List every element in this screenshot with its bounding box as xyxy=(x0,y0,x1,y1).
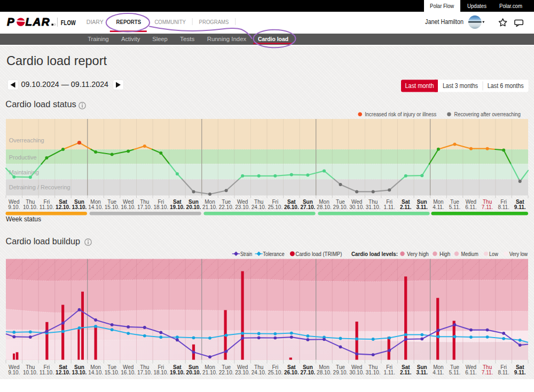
svg-text:24.10.: 24.10. xyxy=(252,204,266,210)
svg-text:3.11.: 3.11. xyxy=(416,370,428,375)
svg-text:22.10.: 22.10. xyxy=(219,204,234,210)
svg-text:14.10.: 14.10. xyxy=(88,370,103,375)
svg-text:9.11.: 9.11. xyxy=(514,204,526,210)
svg-text:1.11.: 1.11. xyxy=(383,370,395,375)
svg-text:16.10.: 16.10. xyxy=(121,370,136,375)
svg-text:Detraining / Recovering: Detraining / Recovering xyxy=(9,184,70,190)
svg-text:8.11.: 8.11. xyxy=(498,204,509,210)
svg-text:11.10.: 11.10. xyxy=(40,370,54,375)
svg-text:19.10.: 19.10. xyxy=(170,370,185,375)
svg-text:4.11.: 4.11. xyxy=(433,204,444,210)
svg-text:17.10.: 17.10. xyxy=(137,204,152,210)
svg-text:16.10.: 16.10. xyxy=(121,204,136,210)
svg-text:9.11.: 9.11. xyxy=(514,370,526,375)
svg-text:25.10.: 25.10. xyxy=(268,370,282,375)
svg-text:5.11.: 5.11. xyxy=(449,370,461,375)
svg-text:20.10.: 20.10. xyxy=(186,204,201,210)
svg-text:15.10.: 15.10. xyxy=(105,370,120,375)
svg-text:30.10.: 30.10. xyxy=(349,204,364,210)
svg-text:2.11.: 2.11. xyxy=(400,204,412,210)
svg-text:8.11.: 8.11. xyxy=(498,370,509,375)
svg-text:13.10.: 13.10. xyxy=(72,370,87,375)
svg-text:4.11.: 4.11. xyxy=(433,370,444,375)
svg-text:18.10.: 18.10. xyxy=(153,204,168,210)
svg-text:26.10.: 26.10. xyxy=(284,204,299,210)
svg-text:9.10.: 9.10. xyxy=(8,370,20,375)
svg-text:7.11.: 7.11. xyxy=(482,370,493,375)
svg-text:21.10.: 21.10. xyxy=(202,370,217,375)
svg-text:28.10.: 28.10. xyxy=(317,370,332,375)
svg-text:18.10.: 18.10. xyxy=(153,370,168,375)
svg-text:10.10.: 10.10. xyxy=(23,370,38,375)
svg-text:12.10.: 12.10. xyxy=(56,370,70,375)
svg-text:1.11.: 1.11. xyxy=(383,204,395,210)
svg-text:23.10.: 23.10. xyxy=(235,204,250,210)
svg-text:15.10.: 15.10. xyxy=(105,204,120,210)
svg-text:14.10.: 14.10. xyxy=(88,204,103,210)
svg-text:3.11.: 3.11. xyxy=(416,204,428,210)
svg-text:29.10.: 29.10. xyxy=(333,370,348,375)
svg-text:31.10.: 31.10. xyxy=(366,204,381,210)
svg-text:7.11.: 7.11. xyxy=(482,204,493,210)
svg-text:6.11.: 6.11. xyxy=(465,370,477,375)
svg-text:Productive: Productive xyxy=(9,154,37,161)
svg-text:20.10.: 20.10. xyxy=(186,370,201,375)
svg-text:28.10.: 28.10. xyxy=(317,204,332,210)
svg-text:Overreaching: Overreaching xyxy=(9,137,44,143)
svg-text:31.10.: 31.10. xyxy=(366,370,381,375)
svg-text:29.10.: 29.10. xyxy=(333,204,348,210)
svg-text:11.10.: 11.10. xyxy=(40,204,54,210)
svg-text:26.10.: 26.10. xyxy=(284,370,299,375)
svg-text:6.11.: 6.11. xyxy=(465,204,477,210)
svg-text:5.11.: 5.11. xyxy=(449,204,461,210)
svg-text:19.10.: 19.10. xyxy=(170,204,185,210)
svg-text:12.10.: 12.10. xyxy=(56,204,70,210)
svg-text:30.10.: 30.10. xyxy=(349,370,364,375)
svg-text:24.10.: 24.10. xyxy=(252,370,266,375)
svg-text:10.10.: 10.10. xyxy=(23,204,38,210)
svg-text:9.10.: 9.10. xyxy=(8,204,20,210)
svg-text:22.10.: 22.10. xyxy=(219,370,234,375)
svg-text:17.10.: 17.10. xyxy=(137,370,152,375)
svg-text:13.10.: 13.10. xyxy=(72,204,87,210)
svg-text:21.10.: 21.10. xyxy=(202,204,217,210)
svg-text:2.11.: 2.11. xyxy=(400,370,412,375)
svg-text:27.10.: 27.10. xyxy=(300,370,315,375)
svg-text:23.10.: 23.10. xyxy=(235,370,250,375)
svg-text:25.10.: 25.10. xyxy=(268,204,282,210)
svg-text:27.10.: 27.10. xyxy=(300,204,315,210)
